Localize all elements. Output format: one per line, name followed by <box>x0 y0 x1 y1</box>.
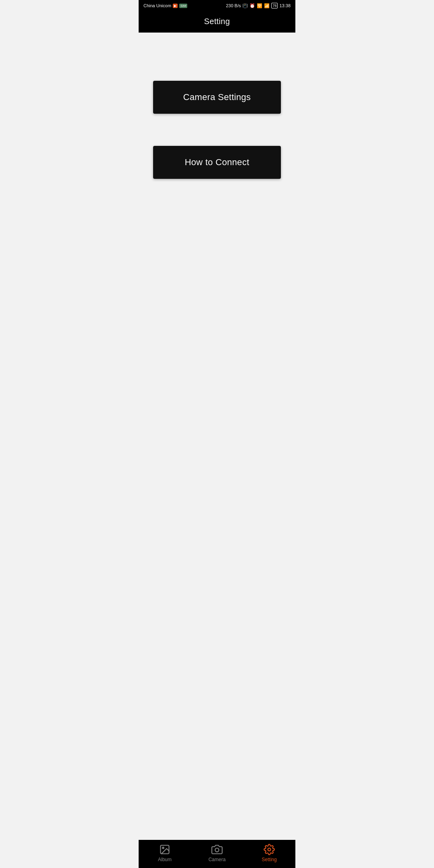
status-right: 230 B/s 📳 ⏰ 🛜 📶 76 13:38 <box>226 3 291 8</box>
battery-level: 76 <box>272 4 276 8</box>
signal-icon: 📶 <box>264 3 270 8</box>
camera-label: Camera <box>209 857 226 862</box>
main-content: Camera Settings How to Connect <box>139 33 295 840</box>
vibrate-icon: 📳 <box>242 3 248 8</box>
network-speed: 230 B/s <box>226 3 241 8</box>
alarm-icon: ⏰ <box>250 3 255 8</box>
status-bar: China Unicom ▶ SIM 230 B/s 📳 ⏰ 🛜 📶 76 13… <box>139 0 295 11</box>
camera-icon <box>211 844 223 855</box>
carrier-icon: ▶ <box>173 4 178 8</box>
page-header: Setting <box>139 11 295 33</box>
album-label: Album <box>158 857 172 862</box>
bottom-navigation: Album Camera Setting <box>139 840 295 868</box>
time-display: 13:38 <box>279 3 291 8</box>
camera-settings-button[interactable]: Camera Settings <box>153 81 281 114</box>
setting-label: Setting <box>262 857 276 862</box>
carrier-name: China Unicom <box>143 3 171 8</box>
nav-item-album[interactable]: Album <box>139 844 191 862</box>
nav-item-setting[interactable]: Setting <box>243 844 295 862</box>
svg-point-2 <box>215 848 219 852</box>
wifi-icon: 🛜 <box>257 3 262 8</box>
page-title: Setting <box>204 17 230 26</box>
svg-point-3 <box>268 848 271 851</box>
battery-icon: 76 <box>271 3 278 8</box>
sim-icon: SIM <box>179 4 187 8</box>
status-left: China Unicom ▶ SIM <box>143 3 187 8</box>
album-icon <box>159 844 170 855</box>
how-to-connect-button[interactable]: How to Connect <box>153 146 281 179</box>
nav-item-camera[interactable]: Camera <box>191 844 243 862</box>
svg-point-1 <box>162 847 164 849</box>
setting-icon <box>264 844 275 855</box>
